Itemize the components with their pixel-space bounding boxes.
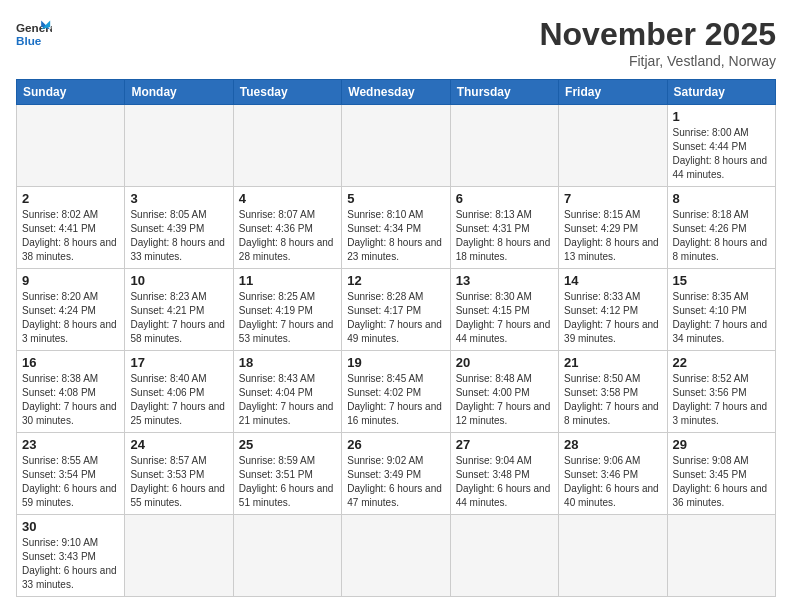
day-number: 30 <box>22 519 119 534</box>
day-info: Sunrise: 8:13 AM Sunset: 4:31 PM Dayligh… <box>456 208 553 264</box>
day-cell: 4Sunrise: 8:07 AM Sunset: 4:36 PM Daylig… <box>233 187 341 269</box>
day-number: 16 <box>22 355 119 370</box>
day-cell: 12Sunrise: 8:28 AM Sunset: 4:17 PM Dayli… <box>342 269 450 351</box>
days-header-row: SundayMondayTuesdayWednesdayThursdayFrid… <box>17 80 776 105</box>
day-info: Sunrise: 8:35 AM Sunset: 4:10 PM Dayligh… <box>673 290 770 346</box>
day-info: Sunrise: 8:43 AM Sunset: 4:04 PM Dayligh… <box>239 372 336 428</box>
day-number: 1 <box>673 109 770 124</box>
svg-text:Blue: Blue <box>16 34 42 47</box>
day-info: Sunrise: 8:30 AM Sunset: 4:15 PM Dayligh… <box>456 290 553 346</box>
day-cell: 9Sunrise: 8:20 AM Sunset: 4:24 PM Daylig… <box>17 269 125 351</box>
day-number: 7 <box>564 191 661 206</box>
day-info: Sunrise: 9:08 AM Sunset: 3:45 PM Dayligh… <box>673 454 770 510</box>
day-info: Sunrise: 9:04 AM Sunset: 3:48 PM Dayligh… <box>456 454 553 510</box>
day-number: 25 <box>239 437 336 452</box>
day-cell <box>125 515 233 597</box>
day-cell: 21Sunrise: 8:50 AM Sunset: 3:58 PM Dayli… <box>559 351 667 433</box>
day-info: Sunrise: 8:20 AM Sunset: 4:24 PM Dayligh… <box>22 290 119 346</box>
day-cell: 15Sunrise: 8:35 AM Sunset: 4:10 PM Dayli… <box>667 269 775 351</box>
day-header-saturday: Saturday <box>667 80 775 105</box>
day-info: Sunrise: 8:59 AM Sunset: 3:51 PM Dayligh… <box>239 454 336 510</box>
day-cell: 23Sunrise: 8:55 AM Sunset: 3:54 PM Dayli… <box>17 433 125 515</box>
day-cell: 1Sunrise: 8:00 AM Sunset: 4:44 PM Daylig… <box>667 105 775 187</box>
day-header-tuesday: Tuesday <box>233 80 341 105</box>
day-cell: 8Sunrise: 8:18 AM Sunset: 4:26 PM Daylig… <box>667 187 775 269</box>
day-cell: 7Sunrise: 8:15 AM Sunset: 4:29 PM Daylig… <box>559 187 667 269</box>
day-number: 26 <box>347 437 444 452</box>
day-cell: 18Sunrise: 8:43 AM Sunset: 4:04 PM Dayli… <box>233 351 341 433</box>
day-cell <box>450 515 558 597</box>
day-number: 18 <box>239 355 336 370</box>
day-number: 2 <box>22 191 119 206</box>
day-cell <box>342 515 450 597</box>
day-info: Sunrise: 8:10 AM Sunset: 4:34 PM Dayligh… <box>347 208 444 264</box>
day-number: 3 <box>130 191 227 206</box>
day-info: Sunrise: 8:50 AM Sunset: 3:58 PM Dayligh… <box>564 372 661 428</box>
day-cell: 11Sunrise: 8:25 AM Sunset: 4:19 PM Dayli… <box>233 269 341 351</box>
day-cell: 14Sunrise: 8:33 AM Sunset: 4:12 PM Dayli… <box>559 269 667 351</box>
week-row-0: 1Sunrise: 8:00 AM Sunset: 4:44 PM Daylig… <box>17 105 776 187</box>
day-number: 5 <box>347 191 444 206</box>
day-info: Sunrise: 8:33 AM Sunset: 4:12 PM Dayligh… <box>564 290 661 346</box>
day-info: Sunrise: 9:06 AM Sunset: 3:46 PM Dayligh… <box>564 454 661 510</box>
day-number: 17 <box>130 355 227 370</box>
day-info: Sunrise: 8:23 AM Sunset: 4:21 PM Dayligh… <box>130 290 227 346</box>
day-info: Sunrise: 8:40 AM Sunset: 4:06 PM Dayligh… <box>130 372 227 428</box>
week-row-4: 23Sunrise: 8:55 AM Sunset: 3:54 PM Dayli… <box>17 433 776 515</box>
day-number: 13 <box>456 273 553 288</box>
day-info: Sunrise: 8:05 AM Sunset: 4:39 PM Dayligh… <box>130 208 227 264</box>
calendar-table: SundayMondayTuesdayWednesdayThursdayFrid… <box>16 79 776 597</box>
day-info: Sunrise: 8:57 AM Sunset: 3:53 PM Dayligh… <box>130 454 227 510</box>
day-number: 22 <box>673 355 770 370</box>
day-number: 29 <box>673 437 770 452</box>
day-info: Sunrise: 8:38 AM Sunset: 4:08 PM Dayligh… <box>22 372 119 428</box>
calendar-subtitle: Fitjar, Vestland, Norway <box>539 53 776 69</box>
day-cell: 29Sunrise: 9:08 AM Sunset: 3:45 PM Dayli… <box>667 433 775 515</box>
day-info: Sunrise: 8:07 AM Sunset: 4:36 PM Dayligh… <box>239 208 336 264</box>
day-cell: 2Sunrise: 8:02 AM Sunset: 4:41 PM Daylig… <box>17 187 125 269</box>
day-cell <box>559 105 667 187</box>
day-number: 8 <box>673 191 770 206</box>
day-cell <box>667 515 775 597</box>
day-number: 20 <box>456 355 553 370</box>
day-number: 12 <box>347 273 444 288</box>
day-number: 10 <box>130 273 227 288</box>
day-number: 28 <box>564 437 661 452</box>
day-cell <box>559 515 667 597</box>
day-info: Sunrise: 8:00 AM Sunset: 4:44 PM Dayligh… <box>673 126 770 182</box>
day-cell <box>342 105 450 187</box>
day-cell: 17Sunrise: 8:40 AM Sunset: 4:06 PM Dayli… <box>125 351 233 433</box>
day-cell: 5Sunrise: 8:10 AM Sunset: 4:34 PM Daylig… <box>342 187 450 269</box>
title-block: November 2025 Fitjar, Vestland, Norway <box>539 16 776 69</box>
day-number: 9 <box>22 273 119 288</box>
day-header-wednesday: Wednesday <box>342 80 450 105</box>
day-cell: 25Sunrise: 8:59 AM Sunset: 3:51 PM Dayli… <box>233 433 341 515</box>
day-info: Sunrise: 8:15 AM Sunset: 4:29 PM Dayligh… <box>564 208 661 264</box>
day-cell <box>125 105 233 187</box>
day-info: Sunrise: 9:10 AM Sunset: 3:43 PM Dayligh… <box>22 536 119 592</box>
day-cell: 19Sunrise: 8:45 AM Sunset: 4:02 PM Dayli… <box>342 351 450 433</box>
day-cell <box>17 105 125 187</box>
day-number: 11 <box>239 273 336 288</box>
day-cell: 13Sunrise: 8:30 AM Sunset: 4:15 PM Dayli… <box>450 269 558 351</box>
day-number: 14 <box>564 273 661 288</box>
day-number: 4 <box>239 191 336 206</box>
week-row-1: 2Sunrise: 8:02 AM Sunset: 4:41 PM Daylig… <box>17 187 776 269</box>
day-cell <box>233 515 341 597</box>
day-cell: 10Sunrise: 8:23 AM Sunset: 4:21 PM Dayli… <box>125 269 233 351</box>
day-cell: 3Sunrise: 8:05 AM Sunset: 4:39 PM Daylig… <box>125 187 233 269</box>
logo-icon: General Blue <box>16 16 52 52</box>
day-cell: 27Sunrise: 9:04 AM Sunset: 3:48 PM Dayli… <box>450 433 558 515</box>
calendar-title: November 2025 <box>539 16 776 53</box>
day-cell: 16Sunrise: 8:38 AM Sunset: 4:08 PM Dayli… <box>17 351 125 433</box>
day-number: 6 <box>456 191 553 206</box>
day-number: 21 <box>564 355 661 370</box>
day-number: 15 <box>673 273 770 288</box>
day-cell: 26Sunrise: 9:02 AM Sunset: 3:49 PM Dayli… <box>342 433 450 515</box>
day-info: Sunrise: 8:25 AM Sunset: 4:19 PM Dayligh… <box>239 290 336 346</box>
day-info: Sunrise: 8:55 AM Sunset: 3:54 PM Dayligh… <box>22 454 119 510</box>
day-cell: 22Sunrise: 8:52 AM Sunset: 3:56 PM Dayli… <box>667 351 775 433</box>
day-info: Sunrise: 8:18 AM Sunset: 4:26 PM Dayligh… <box>673 208 770 264</box>
day-cell: 24Sunrise: 8:57 AM Sunset: 3:53 PM Dayli… <box>125 433 233 515</box>
day-header-monday: Monday <box>125 80 233 105</box>
